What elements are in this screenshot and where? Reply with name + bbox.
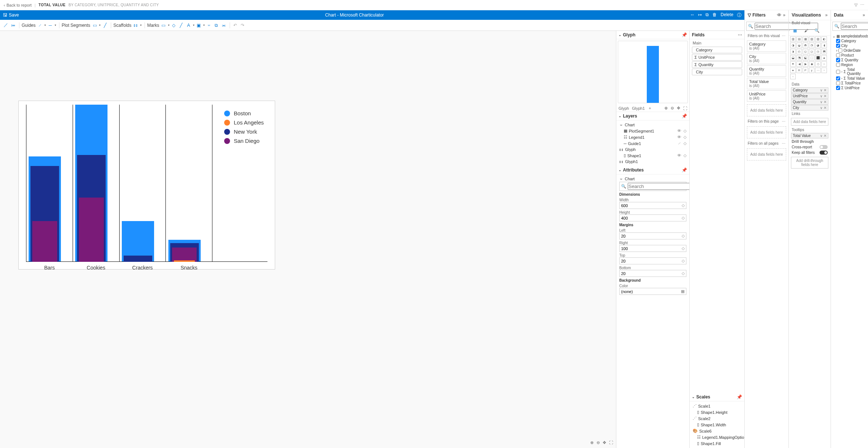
viz-type-icon[interactable]: ▤ <box>796 36 802 42</box>
viz-type-icon[interactable]: ⬕ <box>803 55 808 61</box>
add-glyph-icon[interactable]: ＋ <box>648 105 652 111</box>
field-pill[interactable]: ΣQuantity <box>692 61 742 68</box>
undo-icon[interactable]: ↔ <box>690 12 694 18</box>
viz-type-icon[interactable]: ▦ <box>803 36 808 42</box>
bind-icon[interactable]: ◇ <box>680 246 685 251</box>
scale1[interactable]: ⋰Scale1 <box>693 403 741 409</box>
help-icon[interactable]: ⓘ <box>737 12 741 18</box>
format-tab-icon[interactable]: 🖌 <box>803 27 809 34</box>
build-tab-icon[interactable]: ▦ <box>792 27 798 34</box>
bar[interactable] <box>174 260 195 262</box>
category-snacks[interactable]: Snacks <box>165 105 212 262</box>
viz-type-icon[interactable]: ▫ <box>821 68 827 73</box>
shape1-fill[interactable]: ▯Shape1.Fill <box>693 440 741 447</box>
viz-type-icon[interactable]: ⬔ <box>796 55 802 61</box>
eye-icon[interactable]: 👁 <box>677 129 681 133</box>
viz-type-icon[interactable]: ▶ <box>803 61 808 67</box>
field-checkbox[interactable] <box>836 44 840 48</box>
viz-type-icon[interactable]: ⋯ <box>815 68 821 73</box>
data-field-row[interactable]: ΣQuantity <box>832 58 867 62</box>
layer-guide1[interactable]: ─Guide1⟋◇ <box>619 140 686 147</box>
drill-well[interactable]: Add drill-through fields here <box>791 157 828 169</box>
viz-type-icon[interactable]: R <box>796 68 802 73</box>
color-input[interactable]: ▦ <box>619 288 686 295</box>
pin-icon[interactable]: 📌 <box>682 32 687 37</box>
fit-icon[interactable]: ⛶ <box>683 106 687 111</box>
viz-type-icon[interactable]: ⬒ <box>821 49 827 54</box>
field-checkbox[interactable] <box>836 58 840 62</box>
canvas[interactable]: BarsCookiesCrackersSnacks BostonLos Ange… <box>0 31 616 448</box>
viz-type-icon[interactable]: ◖ <box>821 43 827 48</box>
trash-icon[interactable]: 🗑 <box>712 12 717 18</box>
eye-icon[interactable]: 👁 <box>677 153 681 158</box>
add-filter-visual[interactable]: Add data fields here <box>747 104 786 116</box>
link-icon[interactable]: ⫘ <box>221 22 227 28</box>
shape1-height[interactable]: ▯Shape1.Height <box>693 409 741 415</box>
viz-type-icon[interactable]: ⬛ <box>815 55 821 61</box>
width-input[interactable]: ◇ <box>619 202 686 209</box>
expand-icon[interactable]: » <box>783 12 785 18</box>
layer-glyph[interactable]: ⫾⫾Glyph <box>619 147 686 152</box>
data-field-row[interactable]: ▫ΣTotal Value <box>832 76 867 81</box>
data-field-row[interactable]: City <box>832 43 867 48</box>
viz-type-icon[interactable]: ◑ <box>790 43 796 48</box>
viz-type-icon[interactable]: ⬓ <box>790 55 796 61</box>
bar[interactable] <box>124 256 152 262</box>
category-cookies[interactable]: Cookies <box>73 105 119 262</box>
layer-plotsegment1[interactable]: ▦PlotSegment1👁◇ <box>619 128 686 134</box>
bind-icon[interactable]: ◇ <box>680 271 685 276</box>
erase-icon[interactable]: ◇ <box>683 129 686 133</box>
pan-icon[interactable]: ✥ <box>603 440 606 445</box>
data-field-row[interactable]: ›OrderDate <box>832 48 867 53</box>
data-field-row[interactable]: ▫ΣTotal Quantity <box>832 67 867 76</box>
viz-type-icon[interactable]: ◴ <box>796 49 802 54</box>
field-checkbox[interactable] <box>836 70 840 74</box>
eye-off-icon[interactable]: ⟋ <box>677 141 681 146</box>
top-input[interactable]: ◇ <box>619 257 686 264</box>
attributes-panel-header[interactable]: ⌄ Attributes 📌 <box>616 166 689 174</box>
filters-search[interactable]: 🔍 <box>746 22 790 31</box>
field-checkbox[interactable] <box>836 39 840 43</box>
links-well[interactable]: Add data fields here <box>791 118 828 126</box>
viz-type-icon[interactable]: ▨ <box>815 36 821 42</box>
tooltip-well[interactable]: Total Value∨ ✕ <box>791 133 828 138</box>
eye-icon[interactable]: 👁 <box>777 12 781 18</box>
delete-button[interactable]: Delete <box>721 12 733 18</box>
field-pill[interactable]: Category <box>692 47 742 53</box>
undo2-icon[interactable]: ↶ <box>232 22 238 28</box>
field-checkbox[interactable] <box>836 63 840 67</box>
filter-card[interactable]: Total Valueis (All) <box>747 78 786 89</box>
field-well[interactable]: Quantity∨ ✕ <box>791 99 828 105</box>
bar[interactable] <box>172 248 197 262</box>
viz-type-icon[interactable]: ◆ <box>809 61 814 67</box>
layer-shape1[interactable]: ▯Shape1👁◇ <box>619 152 686 159</box>
glyph-tab[interactable]: Glyph <box>619 106 629 111</box>
guides-icon[interactable]: ⟋ <box>37 22 43 28</box>
filter-card[interactable]: Categoryis (All) <box>747 40 786 52</box>
analytics-tab-icon[interactable]: 🔍 <box>814 27 820 34</box>
viz-type-icon[interactable]: P <box>803 68 808 73</box>
field-checkbox[interactable] <box>838 48 842 53</box>
layers-panel-header[interactable]: ⌄ Layers 📌 <box>616 112 689 120</box>
pin-icon[interactable]: 📌 <box>682 113 687 119</box>
field-well[interactable]: UnitPrice∨ ✕ <box>791 93 828 99</box>
category-bars[interactable]: Bars <box>26 105 73 262</box>
more-icon[interactable]: ⋯ <box>782 34 785 38</box>
filter-card[interactable]: UnitPriceis (All) <box>747 90 786 102</box>
field-pill[interactable]: ΣUnitPrice <box>692 54 742 61</box>
fit-icon[interactable]: ⛶ <box>609 440 613 445</box>
save-button[interactable]: 🖫 Save <box>3 12 19 18</box>
more-icon[interactable]: ⋯ <box>782 141 785 145</box>
data-field-row[interactable]: ΣUnitPrice <box>832 86 867 90</box>
more-icon[interactable]: ⋯ <box>782 119 785 123</box>
viz-type-icon[interactable]: ◒ <box>796 43 802 48</box>
expand-icon[interactable]: » <box>862 12 865 18</box>
keepall-toggle[interactable] <box>820 151 828 155</box>
nested-icon-2[interactable]: ⧉ <box>214 22 219 28</box>
filter-icon[interactable]: ▽ <box>854 3 857 7</box>
viz-type-icon[interactable]: ● <box>790 68 796 73</box>
left-input[interactable]: ◇ <box>619 232 686 239</box>
fields-panel-header[interactable]: Fields ⋯ <box>690 31 744 39</box>
more-icon[interactable]: ⋯ <box>860 3 864 7</box>
viz-type-icon[interactable]: ◷ <box>815 49 821 54</box>
